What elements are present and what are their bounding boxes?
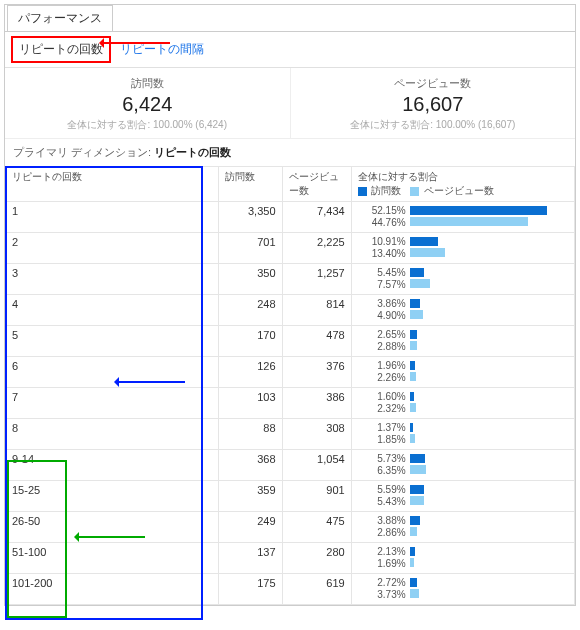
cell-ratio: 5.73%6.35% xyxy=(351,450,574,481)
sub-tab-row: リピートの回数 リピートの間隔 xyxy=(5,31,575,67)
bar-pageviews xyxy=(410,527,418,536)
cell-pageviews: 386 xyxy=(282,388,351,419)
ratio-bars xyxy=(410,267,568,289)
bar-pageviews xyxy=(410,310,423,319)
table-row: 61263761.96%2.26% xyxy=(6,357,575,388)
cell-ratio: 3.88%2.86% xyxy=(351,512,574,543)
table-row: 27012,22510.91%13.40% xyxy=(6,233,575,264)
cell-visits: 103 xyxy=(218,388,282,419)
cell-visits: 175 xyxy=(218,574,282,605)
table-row: 51704782.65%2.88% xyxy=(6,326,575,357)
ratio-text: 5.59%5.43% xyxy=(358,484,406,508)
ratio-text: 5.45%7.57% xyxy=(358,267,406,291)
cell-label: 4 xyxy=(6,295,219,326)
top-tab-row: パフォーマンス xyxy=(5,5,575,31)
cell-pageviews: 619 xyxy=(282,574,351,605)
bar-visits xyxy=(410,547,416,556)
cell-pageviews: 814 xyxy=(282,295,351,326)
bar-visits xyxy=(410,485,425,494)
dimension-value: リピートの回数 xyxy=(154,146,231,158)
summary-pv-sub: 全体に対する割合: 100.00% (16,607) xyxy=(295,118,572,132)
cell-label: 9-14 xyxy=(6,450,219,481)
summary-pv-sub-pct: 100.00% xyxy=(436,119,475,130)
ratio-bars xyxy=(410,577,568,599)
cell-visits: 368 xyxy=(218,450,282,481)
th-ratio[interactable]: 全体に対する割合 訪問数 ページビュー数 xyxy=(351,167,574,202)
cell-visits: 701 xyxy=(218,233,282,264)
cell-visits: 170 xyxy=(218,326,282,357)
summary-visits: 訪問数 6,424 全体に対する割合: 100.00% (6,424) xyxy=(5,68,290,138)
summary-pv-value: 16,607 xyxy=(295,93,572,116)
ratio-text: 52.15%44.76% xyxy=(358,205,406,229)
ratio-text: 3.88%2.86% xyxy=(358,515,406,539)
bar-visits xyxy=(410,299,420,308)
cell-ratio: 2.72%3.73% xyxy=(351,574,574,605)
cell-pageviews: 280 xyxy=(282,543,351,574)
cell-ratio: 3.86%4.90% xyxy=(351,295,574,326)
ratio-bars xyxy=(410,298,568,320)
legend-visits-swatch xyxy=(358,187,367,196)
summary-pv-label: ページビュー数 xyxy=(295,76,572,91)
cell-pageviews: 7,434 xyxy=(282,202,351,233)
bar-visits xyxy=(410,268,424,277)
th-visits[interactable]: 訪問数 xyxy=(218,167,282,202)
cell-visits: 248 xyxy=(218,295,282,326)
bar-visits xyxy=(410,330,417,339)
legend-pv-label: ページビュー数 xyxy=(424,185,494,196)
summary-visits-label: 訪問数 xyxy=(9,76,286,91)
ratio-text: 1.37%1.85% xyxy=(358,422,406,446)
ratio-text: 2.13%1.69% xyxy=(358,546,406,570)
bar-pageviews xyxy=(410,372,416,381)
bar-pageviews xyxy=(410,434,415,443)
data-table: リピートの回数 訪問数 ページビュー数 全体に対する割合 訪問数 ページビュー数 xyxy=(5,166,575,605)
cell-label: 3 xyxy=(6,264,219,295)
cell-ratio: 2.65%2.88% xyxy=(351,326,574,357)
th-repeat-count[interactable]: リピートの回数 xyxy=(6,167,219,202)
table-row: 101-2001756192.72%3.73% xyxy=(6,574,575,605)
bar-visits xyxy=(410,454,425,463)
cell-visits: 249 xyxy=(218,512,282,543)
cell-label: 7 xyxy=(6,388,219,419)
bar-pageviews xyxy=(410,558,414,567)
dimension-prefix: プライマリ ディメンション: xyxy=(13,146,151,158)
table-row: 71033861.60%2.32% xyxy=(6,388,575,419)
bar-pageviews xyxy=(410,341,418,350)
table-row: 26-502494753.88%2.86% xyxy=(6,512,575,543)
bar-visits xyxy=(410,516,420,525)
primary-dimension-row: プライマリ ディメンション: リピートの回数 xyxy=(5,138,575,166)
cell-pageviews: 475 xyxy=(282,512,351,543)
cell-label: 101-200 xyxy=(6,574,219,605)
cell-pageviews: 478 xyxy=(282,326,351,357)
tab-repeat-count[interactable]: リピートの回数 xyxy=(11,36,111,63)
summary-visits-value: 6,424 xyxy=(9,93,286,116)
cell-label: 26-50 xyxy=(6,512,219,543)
table-row: 15-253599015.59%5.43% xyxy=(6,481,575,512)
summary-row: 訪問数 6,424 全体に対する割合: 100.00% (6,424) ページビ… xyxy=(5,67,575,138)
cell-ratio: 1.37%1.85% xyxy=(351,419,574,450)
ratio-bars xyxy=(410,422,568,444)
ratio-bars xyxy=(410,453,568,475)
bar-pageviews xyxy=(410,217,528,226)
bar-visits xyxy=(410,392,414,401)
th-pageviews[interactable]: ページビュー数 xyxy=(282,167,351,202)
cell-ratio: 1.96%2.26% xyxy=(351,357,574,388)
cell-label: 8 xyxy=(6,419,219,450)
cell-pageviews: 308 xyxy=(282,419,351,450)
cell-pageviews: 2,225 xyxy=(282,233,351,264)
legend-visits-label: 訪問数 xyxy=(371,185,401,196)
summary-visits-sub-pct: 100.00% xyxy=(153,119,192,130)
bar-visits xyxy=(410,423,414,432)
cell-label: 2 xyxy=(6,233,219,264)
tab-repeat-interval[interactable]: リピートの間隔 xyxy=(114,38,210,61)
bar-pageviews xyxy=(410,496,424,505)
cell-ratio: 5.59%5.43% xyxy=(351,481,574,512)
bar-visits xyxy=(410,206,548,215)
tab-performance[interactable]: パフォーマンス xyxy=(7,5,113,31)
th-ratio-title: 全体に対する割合 xyxy=(358,170,568,184)
table-row: 13,3507,43452.15%44.76% xyxy=(6,202,575,233)
ratio-bars xyxy=(410,329,568,351)
ratio-text: 1.60%2.32% xyxy=(358,391,406,415)
ratio-text: 5.73%6.35% xyxy=(358,453,406,477)
cell-label: 15-25 xyxy=(6,481,219,512)
ratio-text: 2.65%2.88% xyxy=(358,329,406,353)
